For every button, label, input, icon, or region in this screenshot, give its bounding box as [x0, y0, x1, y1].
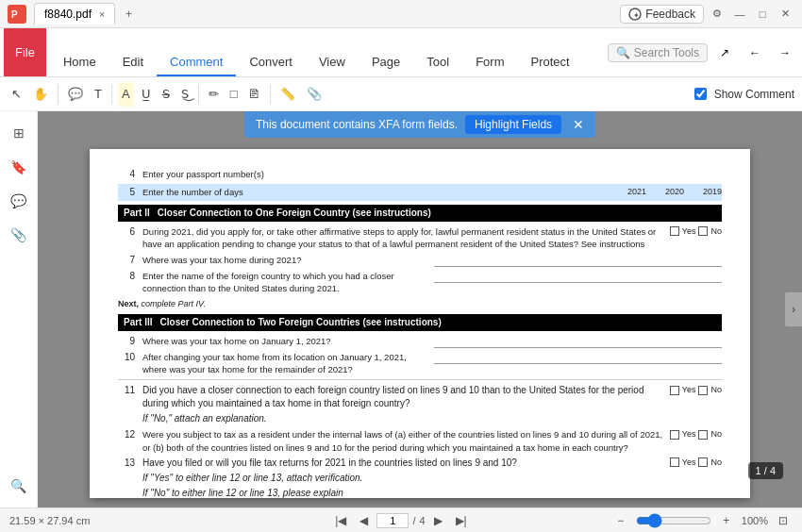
comment-icon[interactable]: 💬 [5, 187, 33, 215]
attach-btn[interactable]: 📎 [303, 82, 326, 107]
part2-label: Part II [124, 207, 150, 220]
attachment-icon[interactable]: 📎 [5, 221, 33, 249]
squiggly-btn[interactable]: S͜ [177, 82, 192, 107]
tab-protect[interactable]: Protect [517, 49, 582, 76]
divider [118, 379, 722, 380]
form-row-11: 11 Did you have a closer connection to e… [118, 384, 722, 425]
shape-btn[interactable]: □ [226, 82, 242, 107]
row-num-5: 5 [118, 186, 135, 199]
q6-no-checkbox[interactable] [698, 226, 708, 236]
feedback-icon: ✦ [628, 8, 642, 21]
separator3 [198, 85, 199, 104]
q13-yes-text: If "Yes" to either line 12 or line 13, a… [142, 472, 666, 485]
prev-page-button[interactable]: ◀ [354, 511, 373, 530]
row-num-12: 12 [118, 428, 135, 441]
page-separator: / [412, 515, 415, 526]
tab-tool[interactable]: Tool [413, 49, 462, 76]
page-input[interactable] [376, 513, 409, 528]
q13-yes-checkbox[interactable] [670, 457, 679, 467]
q10-input[interactable] [434, 351, 722, 364]
select-tool-btn[interactable]: ↖ [8, 82, 25, 107]
zoom-slider[interactable] [636, 513, 711, 528]
row-num-4: 4 [118, 168, 135, 181]
text-note-btn[interactable]: T [91, 82, 106, 107]
main-area: ⊞ 🔖 💬 📎 🔍 This document contains XFA for… [0, 111, 802, 507]
year-2019: 2019 [703, 186, 722, 198]
maximize-button[interactable]: □ [753, 5, 772, 24]
form-row-6: 6 During 2021, did you apply for, or tak… [118, 225, 722, 251]
q13-no-checkbox[interactable] [698, 457, 708, 467]
tab-comment[interactable]: Comment [157, 49, 236, 76]
ribbon: File Home Edit Comment Convert View Page… [0, 28, 802, 77]
close-button[interactable]: ✕ [776, 5, 794, 24]
freehand-btn[interactable]: ✏ [205, 82, 223, 107]
form-row-5: 5 Enter the number of days 2021 2020 201… [118, 184, 722, 201]
next-page-button[interactable]: ▶ [429, 511, 448, 530]
q8-input[interactable] [434, 270, 722, 283]
q11-no-checkbox[interactable] [698, 386, 708, 395]
close-tab-button[interactable]: × [99, 8, 105, 20]
pages-icon[interactable]: ⊞ [5, 119, 33, 147]
scroll-right-arrow[interactable]: › [785, 292, 802, 326]
open-tab[interactable]: f8840.pdf × [34, 3, 115, 25]
tab-edit[interactable]: Edit [109, 49, 157, 76]
share-icon-btn[interactable]: ↗ [711, 40, 738, 66]
q12-no-checkbox[interactable] [698, 430, 708, 440]
bookmark-icon[interactable]: 🔖 [5, 153, 33, 181]
form-row-13: 13 Have you filed or will you file tax r… [118, 457, 722, 498]
minimize-button[interactable]: — [730, 5, 749, 24]
q13-explain-input[interactable] [347, 487, 666, 498]
tab-convert[interactable]: Convert [236, 49, 306, 76]
part3-header: Part III Closer Connection to Two Foreig… [118, 314, 722, 331]
search-box[interactable]: 🔍 Search Tools [608, 43, 708, 62]
last-page-button[interactable]: ▶| [452, 511, 471, 530]
row-num-13: 13 [118, 457, 135, 470]
q9-input[interactable] [434, 335, 722, 348]
zoom-in-button[interactable]: + [717, 511, 736, 530]
pan-tool-btn[interactable]: ✋ [29, 82, 52, 107]
q6-yes-checkbox[interactable] [670, 226, 679, 236]
q13-yes-no: Yes No [670, 457, 722, 469]
forward-icon-btn[interactable]: → [772, 40, 798, 66]
q7-input[interactable] [434, 254, 722, 267]
search-placeholder: Search Tools [634, 46, 699, 59]
row-text-5: Enter the number of days [142, 186, 620, 198]
search-icon: 🔍 [616, 46, 630, 59]
row-text-4: Enter your passport number(s) [142, 168, 722, 180]
settings-icon-btn[interactable]: ⚙ [708, 5, 727, 24]
app-logo: P [8, 5, 26, 24]
tab-form[interactable]: Form [462, 49, 517, 76]
row-num-10: 10 [118, 351, 135, 364]
highlight-btn[interactable]: A [118, 82, 134, 107]
q12-yes-checkbox[interactable] [670, 430, 679, 440]
q11-yes-checkbox[interactable] [670, 386, 679, 395]
measure-btn[interactable]: 📏 [276, 82, 299, 107]
underline-btn[interactable]: U̲ [138, 82, 155, 107]
fit-page-button[interactable]: ⊡ [774, 511, 793, 530]
first-page-button[interactable]: |◀ [331, 511, 350, 530]
xfa-banner: This document contains XFA form fields. … [244, 111, 595, 138]
search-icon[interactable]: 🔍 [5, 472, 33, 500]
xfa-banner-close[interactable]: ✕ [573, 117, 584, 132]
tab-view[interactable]: View [306, 49, 359, 76]
sticky-note-btn[interactable]: 💬 [64, 82, 87, 107]
highlight-fields-button[interactable]: Highlight Fields [465, 115, 561, 134]
q13-no-text: If "No" to either line 12 or line 13, pl… [142, 487, 343, 498]
strikethrough-btn[interactable]: S̶ [159, 82, 174, 107]
back-icon-btn[interactable]: ← [742, 40, 768, 66]
show-comment-label: Show Comment [714, 88, 794, 101]
q13-content: Have you filed or will you file tax retu… [142, 457, 666, 498]
stamp-btn[interactable]: 🖹 [244, 82, 264, 107]
file-menu[interactable]: File [4, 28, 46, 76]
show-comment-checkbox[interactable] [694, 88, 707, 100]
tab-home[interactable]: Home [50, 49, 109, 76]
zoom-out-button[interactable]: − [611, 511, 630, 530]
new-tab-button[interactable]: + [119, 5, 138, 24]
titlebar: P f8840.pdf × + ✦ Feedback ⚙ — □ ✕ [0, 0, 802, 28]
form-row-10: 10 After changing your tax home from its… [118, 351, 722, 376]
tab-page[interactable]: Page [359, 49, 413, 76]
page-badge: 1 / 4 [748, 462, 783, 479]
q11-content: Did you have a closer connection to each… [142, 384, 666, 425]
feedback-button[interactable]: ✦ Feedback [620, 5, 704, 24]
year-2020: 2020 [665, 186, 684, 198]
